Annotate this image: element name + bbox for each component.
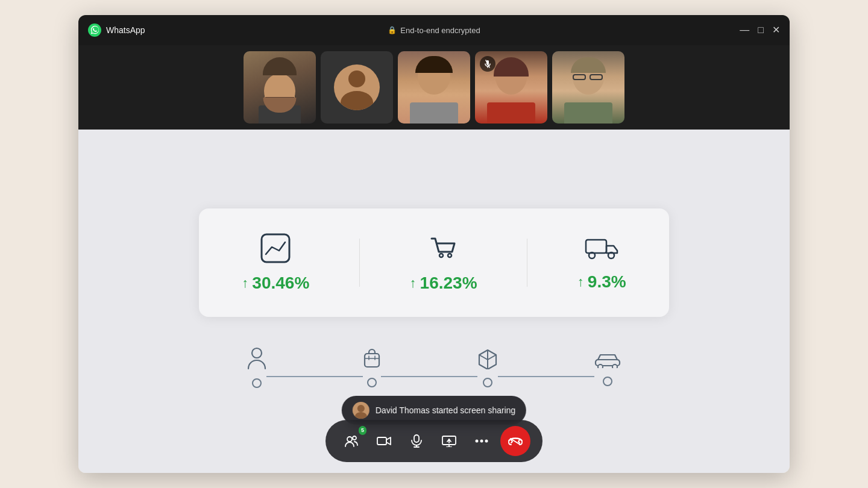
metric-value-cart: ↑ 16.23% bbox=[410, 274, 477, 293]
screen-share-button[interactable] bbox=[435, 427, 463, 455]
toast-avatar bbox=[353, 402, 370, 419]
participant-tile-5[interactable] bbox=[552, 51, 624, 124]
more-button[interactable] bbox=[468, 427, 495, 455]
end-call-button[interactable] bbox=[500, 426, 530, 456]
pipeline-stage-person bbox=[247, 347, 266, 388]
pipeline-dot-4 bbox=[603, 377, 612, 386]
metric-item-chart: ↑ 30.46% bbox=[242, 233, 309, 293]
svg-point-16 bbox=[353, 436, 356, 440]
participant-tile-3[interactable] bbox=[398, 51, 470, 124]
participant-tile-2[interactable] bbox=[321, 51, 393, 124]
pipeline-car-icon bbox=[594, 349, 621, 368]
svg-point-23 bbox=[476, 440, 479, 443]
participant-tile-4[interactable] bbox=[475, 51, 547, 124]
svg-point-13 bbox=[598, 364, 603, 368]
shared-screen-content: ↑ 30.46% ↑ bbox=[199, 208, 669, 317]
svg-point-25 bbox=[485, 440, 488, 443]
app-title: WhatsApp bbox=[106, 25, 145, 35]
pipeline-line-3 bbox=[498, 376, 594, 377]
metric-arrow-cart: ↑ bbox=[410, 275, 417, 291]
pipeline-line-2 bbox=[381, 376, 477, 377]
pipeline-stage-bag bbox=[363, 348, 381, 387]
participants-strip bbox=[78, 45, 790, 130]
close-button[interactable]: ✕ bbox=[772, 25, 780, 35]
toast-message: David Thomas started screen sharing bbox=[376, 405, 515, 415]
pipeline-dot-2 bbox=[367, 378, 377, 387]
svg-point-24 bbox=[480, 440, 483, 443]
whatsapp-logo-icon bbox=[88, 23, 101, 37]
video-button[interactable] bbox=[370, 427, 398, 455]
pipeline-stage-car bbox=[594, 349, 621, 386]
pipeline-row bbox=[211, 341, 657, 394]
cart-icon bbox=[428, 233, 459, 264]
lock-icon: 🔒 bbox=[388, 26, 397, 34]
pipeline-stage-box bbox=[477, 348, 498, 387]
mute-badge-4 bbox=[480, 56, 495, 72]
svg-point-5 bbox=[448, 254, 451, 257]
metrics-row: ↑ 30.46% ↑ bbox=[229, 233, 639, 293]
minimize-button[interactable]: — bbox=[740, 25, 749, 35]
call-controls-bar: 5 bbox=[326, 420, 542, 462]
metric-value-chart: ↑ 30.46% bbox=[242, 274, 309, 293]
truck-icon bbox=[583, 234, 620, 263]
metric-value-truck: ↑ 9.3% bbox=[577, 272, 626, 292]
svg-rect-18 bbox=[414, 435, 419, 442]
title-bar-controls: — □ ✕ bbox=[740, 25, 780, 35]
title-bar-center: 🔒 End-to-end endcrypted bbox=[388, 26, 480, 35]
svg-rect-17 bbox=[377, 437, 386, 445]
metric-arrow-chart: ↑ bbox=[242, 275, 248, 291]
chart-icon bbox=[260, 233, 291, 264]
app-window: WhatsApp 🔒 End-to-end endcrypted — □ ✕ bbox=[78, 15, 790, 473]
maximize-button[interactable]: □ bbox=[758, 25, 764, 35]
svg-point-14 bbox=[612, 364, 617, 368]
svg-point-0 bbox=[88, 23, 101, 37]
svg-rect-6 bbox=[586, 240, 606, 253]
title-bar-left: WhatsApp bbox=[88, 23, 145, 37]
pipeline-box-icon bbox=[477, 348, 498, 369]
title-bar: WhatsApp 🔒 End-to-end endcrypted — □ ✕ bbox=[78, 15, 790, 45]
metric-divider-1 bbox=[359, 239, 360, 287]
participants-count: 5 bbox=[359, 426, 366, 435]
mic-button[interactable] bbox=[403, 427, 430, 455]
metric-item-truck: ↑ 9.3% bbox=[577, 234, 626, 292]
pipeline-dot-1 bbox=[252, 378, 262, 388]
security-label: End-to-end endcrypted bbox=[400, 26, 480, 35]
metric-arrow-truck: ↑ bbox=[577, 274, 584, 290]
screen-share-area: ↑ 30.46% ↑ bbox=[78, 130, 790, 473]
pipeline-line-1 bbox=[266, 376, 363, 377]
participant-tile-1[interactable] bbox=[244, 51, 316, 124]
svg-point-9 bbox=[252, 348, 262, 358]
participants-button[interactable]: 5 bbox=[338, 427, 365, 455]
pipeline-dot-3 bbox=[483, 378, 492, 387]
metric-divider-2 bbox=[527, 239, 527, 287]
pipeline-person-icon bbox=[247, 347, 266, 370]
pipeline-bag-icon bbox=[363, 348, 381, 369]
svg-point-4 bbox=[439, 254, 443, 257]
svg-rect-10 bbox=[365, 354, 379, 367]
metric-item-cart: ↑ 16.23% bbox=[410, 233, 477, 293]
svg-point-15 bbox=[347, 437, 352, 442]
